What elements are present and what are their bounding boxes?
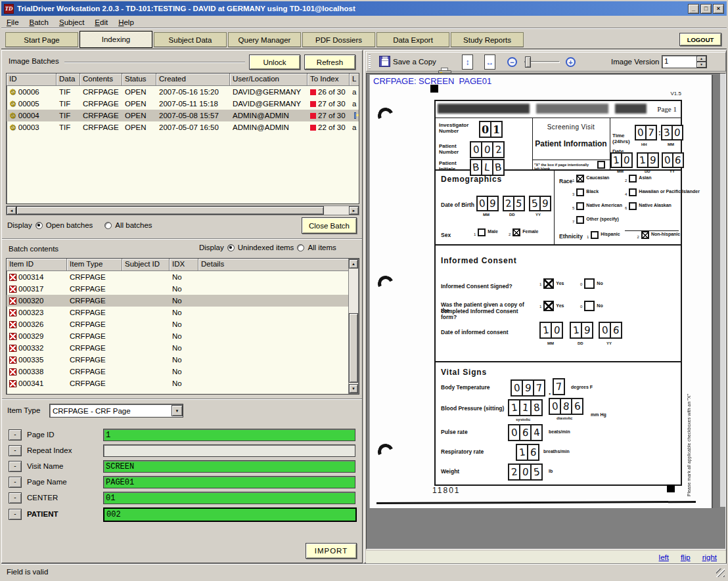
radio-open-batches[interactable]	[35, 222, 43, 229]
field-minus-button[interactable]: -	[9, 429, 22, 441]
spin-down-icon[interactable]: ▼	[696, 62, 706, 68]
tab-pdf-dossiers[interactable]: PDF Dossiers	[302, 32, 375, 47]
menu-item[interactable]: Edit	[89, 17, 113, 28]
radio-unindexed-items[interactable]	[227, 244, 235, 251]
col-idx[interactable]: IDX	[170, 259, 198, 271]
consent-date-mm-boxes: 10	[539, 322, 562, 339]
vscroll-thumb[interactable]	[349, 313, 358, 383]
radio-all-items[interactable]	[297, 244, 304, 251]
tab-subject-data[interactable]: Subject Data	[154, 32, 227, 47]
resize-grip[interactable]	[716, 569, 725, 577]
contents-vscrollbar[interactable]: ▲ ▼	[348, 259, 359, 394]
section-divider	[2, 238, 362, 240]
close-button[interactable]: ×	[713, 4, 724, 14]
image-version-spinner[interactable]: 1 ▲▼	[662, 55, 707, 68]
col-data[interactable]: Data	[57, 74, 80, 86]
content-item-row[interactable]: 000341 CRFPAGE No	[7, 377, 348, 389]
rotate-link[interactable]: left	[659, 553, 669, 561]
temperature-boxes: 097	[511, 379, 544, 397]
menu-item[interactable]: Batch	[24, 17, 54, 28]
save-icon[interactable]	[379, 56, 390, 67]
content-item-row[interactable]: 000338 CRFPAGE No	[7, 366, 348, 377]
unlock-button[interactable]: Unlock	[249, 54, 300, 70]
col-lock[interactable]: L	[350, 74, 359, 86]
to-index-marker-icon	[310, 125, 316, 131]
chevron-down-icon[interactable]: ▼	[171, 405, 183, 416]
radio-all-batches[interactable]	[104, 222, 112, 229]
fit-width-icon[interactable]: ↔	[484, 54, 495, 70]
image-version-value[interactable]: 1	[662, 56, 696, 68]
field-patient[interactable]: 002	[103, 507, 357, 522]
content-item-row[interactable]: 000317 CRFPAGE No	[7, 283, 348, 295]
col-status[interactable]: Status	[122, 74, 156, 86]
content-item-row[interactable]: 000320 CRFPAGE No	[7, 295, 348, 307]
maximize-button[interactable]: □	[700, 4, 712, 14]
field-visit-name[interactable]: SCREEN	[103, 460, 355, 473]
menu-item[interactable]: File	[1, 17, 24, 28]
col-to-index[interactable]: To Index	[307, 74, 350, 86]
minimize-button[interactable]: _	[688, 4, 699, 14]
tab-data-export[interactable]: Data Export	[376, 32, 449, 47]
content-item-row[interactable]: 000326 CRFPAGE No	[7, 318, 348, 330]
import-button[interactable]: IMPORT	[306, 543, 357, 559]
zoom-out-icon[interactable]: −	[507, 57, 517, 67]
col-details[interactable]: Details	[198, 259, 348, 271]
field-page-id[interactable]: 1	[103, 429, 355, 441]
menu-item[interactable]: Subject	[54, 17, 89, 28]
tab-indexing[interactable]: Indexing	[80, 31, 152, 48]
indexing-panel: Image Batches Unlock Refresh ID Data Con…	[1, 50, 363, 563]
unindexed-x-icon	[9, 368, 16, 376]
col-contents[interactable]: Contents	[80, 74, 122, 86]
close-batch-button[interactable]: Close Batch	[302, 217, 357, 234]
menu-item[interactable]: Help	[113, 17, 139, 28]
batch-contents-table: Item ID Item Type Subject ID IDX Details…	[6, 258, 359, 395]
content-item-row[interactable]: 000329 CRFPAGE No	[7, 330, 348, 342]
save-a-copy-button[interactable]: Save a Copy	[393, 58, 436, 66]
field-minus-button[interactable]: -	[9, 477, 22, 488]
rotate-link[interactable]: right	[702, 553, 717, 561]
batch-row[interactable]: ⚙00006 TIF CRFPAGE OPEN 2007-05-16 15:20…	[7, 86, 359, 98]
batch-row[interactable]: ⚙00003 TIF CRFPAGE OPEN 2007-05-07 16:50…	[7, 121, 359, 133]
hscroll-thumb[interactable]	[16, 206, 324, 215]
scanned-crf-page[interactable]: CRFPAGE: SCREEN PAGE01 V1.5 Page 1	[369, 75, 719, 508]
refresh-button[interactable]: Refresh	[304, 54, 355, 70]
field-minus-button[interactable]: -	[9, 461, 22, 472]
scroll-left-icon[interactable]: ◄	[7, 206, 16, 215]
tab-query-manager[interactable]: Query Manager	[228, 32, 301, 47]
col-item-type[interactable]: Item Type	[67, 259, 122, 271]
scroll-up-icon[interactable]: ▲	[349, 259, 358, 269]
spin-up-icon[interactable]: ▲	[696, 56, 706, 62]
title-bar[interactable]: TD TrialDriver Workstation 2.0.3 - TD-10…	[1, 1, 727, 16]
tab-study-reports[interactable]: Study Reports	[451, 32, 524, 47]
col-id[interactable]: ID	[7, 74, 57, 86]
zoom-slider-handle[interactable]	[525, 56, 531, 68]
field-minus-button[interactable]: -	[9, 509, 22, 520]
field-repeat-index[interactable]	[103, 444, 355, 457]
item-type-dropdown[interactable]: CRFPAGE - CRF Page ▼	[49, 404, 183, 418]
content-item-row[interactable]: 000314 CRFPAGE No	[7, 271, 348, 283]
batch-row[interactable]: ⚙00005 TIF CRFPAGE OPEN 2007-05-11 15:18…	[7, 98, 359, 110]
toolbar-grip-handle[interactable]	[369, 54, 371, 69]
scroll-down-icon[interactable]: ▼	[349, 384, 358, 393]
content-item-row[interactable]: 000335 CRFPAGE No	[7, 354, 348, 366]
col-item-id[interactable]: Item ID	[7, 259, 67, 271]
image-viewer-canvas[interactable]: CRFPAGE: SCREEN PAGE01 V1.5 Page 1	[366, 73, 726, 549]
col-subject-id[interactable]: Subject ID	[122, 259, 170, 271]
field-page-name[interactable]: PAGE01	[103, 476, 355, 488]
col-user-location[interactable]: User/Location	[230, 74, 307, 86]
field-minus-button[interactable]: -	[9, 445, 22, 456]
content-item-row[interactable]: 000332 CRFPAGE No	[7, 342, 348, 354]
batches-hscrollbar[interactable]: ◄ ►	[6, 205, 359, 215]
logout-button[interactable]: LOGOUT	[679, 33, 721, 46]
scroll-right-icon[interactable]: ►	[349, 206, 359, 215]
race-option: 3 Black	[572, 187, 622, 196]
zoom-in-icon[interactable]: +	[566, 57, 576, 67]
batch-row[interactable]: ⚙00004 TIF CRFPAGE OPEN 2007-05-08 15:57…	[7, 110, 359, 121]
rotate-link[interactable]: flip	[681, 553, 691, 561]
fit-height-icon[interactable]: ↕	[462, 54, 473, 70]
field-minus-button[interactable]: -	[9, 492, 22, 504]
tab-start-page[interactable]: Start Page	[5, 32, 78, 47]
content-item-row[interactable]: 000323 CRFPAGE No	[7, 307, 348, 318]
col-created[interactable]: Created	[156, 74, 230, 86]
field-center[interactable]: 01	[103, 492, 355, 504]
